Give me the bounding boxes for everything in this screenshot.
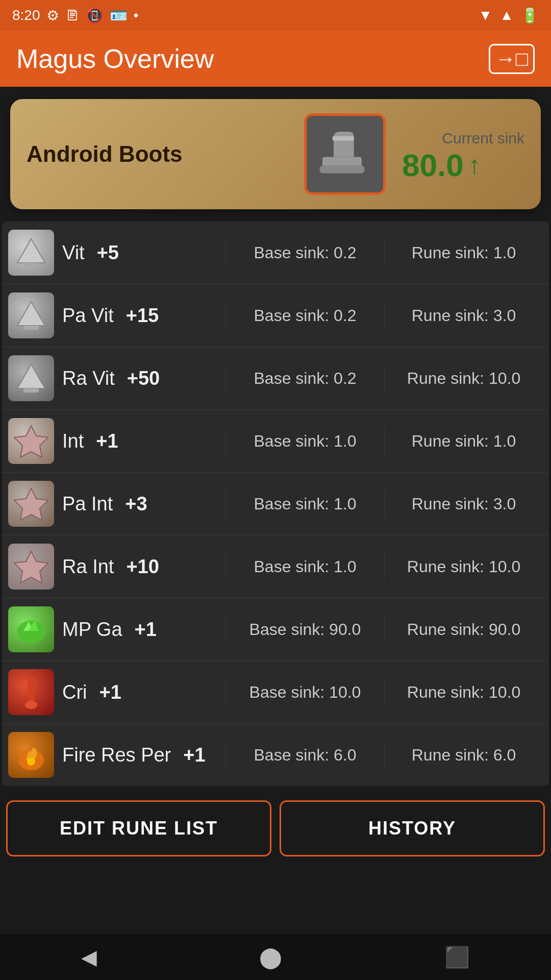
rune-sink-ra-vit: Rune sink: 10.0 [384, 365, 543, 392]
home-button[interactable]: ⬤ [259, 945, 282, 969]
header-title: Magus Overview [16, 43, 214, 74]
dot-icon: • [134, 7, 139, 23]
rune-name-ra-int: Ra Int [62, 556, 114, 578]
history-button[interactable]: HISTORY [280, 800, 545, 856]
svg-rect-15 [28, 677, 35, 702]
rune-sink-mp-ga: Rune sink: 90.0 [384, 616, 543, 643]
base-sink-ra-int: Base sink: 1.0 [226, 553, 384, 580]
rune-row-fire-res[interactable]: Fire Res Per +1 Base sink: 6.0Rune sink:… [2, 724, 549, 786]
wifi-icon: ▼ [479, 7, 493, 23]
rune-name-pa-int: Pa Int [62, 493, 113, 515]
rune-bonus-cri: +1 [99, 681, 121, 703]
rune-bonus-int: +1 [96, 430, 118, 452]
current-sink-label: Current sink [402, 130, 524, 147]
rune-sink-pa-int: Rune sink: 3.0 [384, 491, 543, 518]
rune-icon-fire-res [8, 732, 54, 778]
rune-bonus-pa-int: +3 [125, 493, 147, 515]
svg-marker-9 [14, 426, 48, 457]
svg-rect-2 [333, 136, 354, 141]
rune-icon-ra-int [8, 544, 54, 590]
rune-name-cri: Cri [62, 681, 87, 703]
svg-marker-5 [17, 302, 45, 326]
rune-name-mp-ga: MP Ga [62, 619, 122, 641]
rune-sink-ra-int: Rune sink: 10.0 [384, 553, 543, 580]
rune-row-int[interactable]: Int +1 Base sink: 1.0Rune sink: 1.0 [2, 410, 549, 473]
base-sink-cri: Base sink: 10.0 [226, 679, 384, 706]
svg-point-12 [17, 621, 45, 643]
wallet-icon: 🪪 [110, 7, 128, 24]
rune-sink-fire-res: Rune sink: 6.0 [384, 742, 543, 769]
status-right: ▼ ▲ 🔋 [479, 7, 539, 24]
base-sink-mp-ga: Base sink: 90.0 [226, 616, 384, 643]
rune-name-ra-vit: Ra Vit [62, 368, 115, 389]
rune-row-ra-int[interactable]: Ra Int +10 Base sink: 1.0Rune sink: 10.0 [2, 535, 549, 598]
base-sink-pa-vit: Base sink: 0.2 [226, 302, 384, 329]
rune-row-mp-ga[interactable]: MP Ga +1 Base sink: 90.0Rune sink: 90.0 [2, 598, 549, 661]
svg-marker-3 [17, 239, 45, 263]
rune-bonus-fire-res: +1 [183, 744, 205, 766]
svg-point-18 [27, 757, 35, 766]
rune-icon-pa-int [8, 481, 54, 527]
rune-row-cri[interactable]: Cri +1 Base sink: 10.0Rune sink: 10.0 [2, 661, 549, 724]
message-icon: 🖹 [65, 7, 80, 24]
rune-bonus-vit: +5 [97, 242, 119, 264]
runes-section: Vit +5 Base sink: 0.2Rune sink: 1.0 Pa V… [2, 222, 549, 786]
rune-sink-int: Rune sink: 1.0 [384, 428, 543, 455]
sink-arrow-icon: ↑ [468, 150, 481, 180]
rune-row-pa-int[interactable]: Pa Int +3 Base sink: 1.0Rune sink: 3.0 [2, 473, 549, 535]
base-sink-ra-vit: Base sink: 0.2 [226, 365, 384, 392]
svg-point-16 [25, 701, 37, 709]
rune-name-vit: Vit [62, 242, 85, 264]
current-sink-value: 80.0↑ [402, 147, 524, 183]
time: 8:20 [12, 7, 40, 23]
rune-icon-pa-vit [8, 292, 54, 338]
rune-icon-ra-vit [8, 355, 54, 401]
svg-marker-7 [17, 364, 45, 388]
svg-rect-6 [23, 326, 39, 330]
rune-bonus-mp-ga: +1 [135, 619, 157, 641]
rune-row-ra-vit[interactable]: Ra Vit +50 Base sink: 0.2Rune sink: 10.0 [2, 347, 549, 410]
recents-button[interactable]: ⬛ [444, 945, 470, 969]
rune-icon-cri [8, 669, 54, 715]
svg-rect-4 [23, 263, 39, 267]
item-icon-container [304, 113, 386, 195]
rune-icon-vit [8, 230, 54, 276]
header: Magus Overview →□ [0, 31, 551, 87]
rune-sink-vit: Rune sink: 1.0 [384, 239, 543, 266]
battery-icon: 🔋 [521, 7, 539, 24]
rune-sink-pa-vit: Rune sink: 3.0 [384, 302, 543, 329]
rune-row-pa-vit[interactable]: Pa Vit +15 Base sink: 0.2Rune sink: 3.0 [2, 284, 549, 347]
rune-name-pa-vit: Pa Vit [62, 305, 114, 327]
status-left: 8:20 ⚙ 🖹 📵 🪪 • [12, 7, 138, 24]
back-button[interactable]: ◀ [81, 945, 97, 969]
boot-icon [317, 126, 373, 182]
base-sink-vit: Base sink: 0.2 [226, 239, 384, 266]
bottom-buttons: EDIT RUNE LIST HISTORY [6, 800, 545, 856]
settings-icon: ⚙ [46, 7, 59, 24]
rune-name-fire-res: Fire Res Per [62, 744, 171, 766]
nav-bar: ◀ ⬤ ⬛ [0, 934, 551, 980]
exit-icon[interactable]: →□ [489, 44, 535, 74]
rune-bonus-ra-int: +10 [126, 556, 159, 578]
base-sink-int: Base sink: 1.0 [226, 428, 384, 455]
item-name: Android Boots [27, 141, 288, 167]
rune-sink-cri: Rune sink: 10.0 [384, 679, 543, 706]
edit-rune-list-button[interactable]: EDIT RUNE LIST [6, 800, 271, 856]
rune-bonus-ra-vit: +50 [127, 368, 160, 389]
signal-icon: ▲ [499, 7, 514, 23]
svg-rect-8 [23, 388, 39, 393]
rune-bonus-pa-vit: +15 [126, 305, 159, 327]
phone-icon: 📵 [86, 7, 104, 24]
svg-rect-1 [320, 165, 365, 173]
status-bar: 8:20 ⚙ 🖹 📵 🪪 • ▼ ▲ 🔋 [0, 0, 551, 31]
rune-row-vit[interactable]: Vit +5 Base sink: 0.2Rune sink: 1.0 [2, 222, 549, 284]
rune-icon-mp-ga [8, 606, 54, 652]
rune-name-int: Int [62, 430, 84, 452]
item-card: Android Boots Current sink 80.0↑ [10, 99, 541, 209]
base-sink-pa-int: Base sink: 1.0 [226, 491, 384, 518]
svg-marker-10 [14, 488, 48, 520]
svg-marker-11 [14, 551, 48, 583]
rune-icon-int [8, 418, 54, 464]
base-sink-fire-res: Base sink: 6.0 [226, 742, 384, 769]
